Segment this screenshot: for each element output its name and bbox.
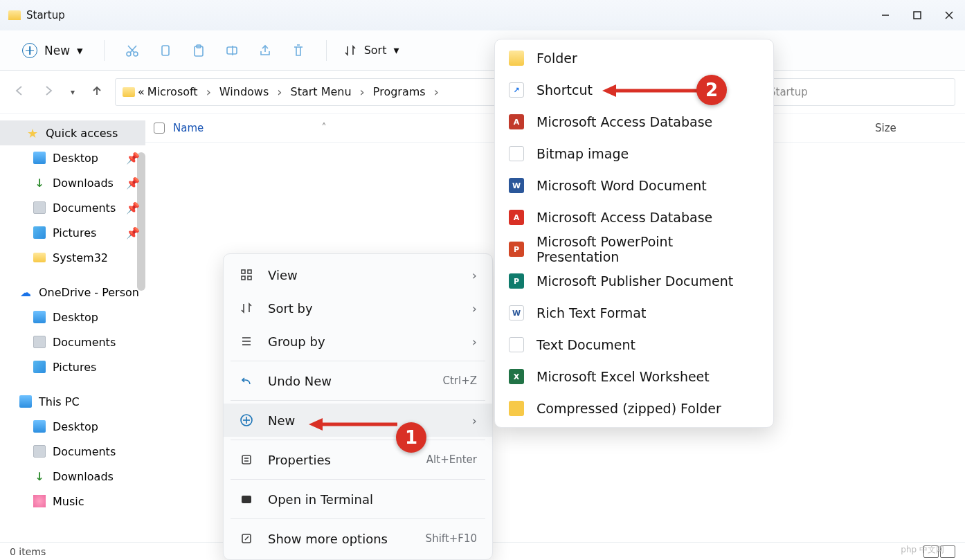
submenu-item-rtf[interactable]: WRich Text Format xyxy=(495,297,773,329)
column-size-label: Size xyxy=(875,122,896,134)
properties-icon xyxy=(239,453,254,466)
sort-button[interactable]: Sort ▾ xyxy=(343,44,399,57)
copy-button[interactable] xyxy=(152,43,179,58)
up-button[interactable] xyxy=(90,84,104,100)
txt-file-icon xyxy=(509,337,524,352)
monitor-icon xyxy=(33,152,46,164)
column-size[interactable]: Size xyxy=(875,122,965,134)
sidebar-item-quick-access[interactable]: ★ Quick access xyxy=(0,120,145,145)
sidebar-item[interactable]: Documents xyxy=(0,439,145,464)
sidebar-item[interactable]: Documents xyxy=(0,329,145,354)
submenu-item-word[interactable]: WMicrosoft Word Document xyxy=(495,170,773,201)
sidebar-item-this-pc[interactable]: This PC xyxy=(0,389,145,414)
paste-button[interactable] xyxy=(185,43,213,58)
delete-button[interactable] xyxy=(285,43,312,58)
breadcrumb-item[interactable]: Microsoft xyxy=(147,85,198,98)
sidebar-item-label: This PC xyxy=(39,395,80,408)
forward-button[interactable] xyxy=(42,84,55,100)
sidebar-item[interactable]: Desktop xyxy=(0,414,145,439)
cloud-icon: ☁ xyxy=(19,286,32,298)
sidebar-item-label: Music xyxy=(53,495,84,508)
submenu-item-txt[interactable]: Text Document xyxy=(495,329,773,361)
access-file-icon: A xyxy=(509,114,524,129)
submenu-label: Microsoft Excel Worksheet xyxy=(536,369,710,384)
music-icon xyxy=(33,495,46,507)
column-name[interactable]: Name ˄ xyxy=(173,122,471,134)
window-controls xyxy=(869,0,965,30)
svg-rect-1 xyxy=(914,12,921,19)
menu-accelerator: Shift+F10 xyxy=(426,532,477,545)
submenu-item-access[interactable]: AMicrosoft Access Database xyxy=(495,106,773,138)
sidebar-item[interactable]: Documents📌 xyxy=(0,195,145,220)
sidebar-item[interactable]: Music xyxy=(0,489,145,514)
submenu-label: Rich Text Format xyxy=(536,305,646,320)
menu-item-group-by[interactable]: Group by › xyxy=(224,325,492,358)
menu-item-view[interactable]: View › xyxy=(224,258,492,291)
menu-item-properties[interactable]: Properties Alt+Enter xyxy=(224,443,492,476)
rename-button[interactable] xyxy=(218,43,246,58)
sidebar-item[interactable]: Desktop xyxy=(0,305,145,329)
menu-item-undo[interactable]: Undo New Ctrl+Z xyxy=(224,364,492,397)
nav-controls: ▾ xyxy=(10,84,107,100)
maximize-button[interactable] xyxy=(901,0,933,30)
doc-icon xyxy=(33,336,46,348)
svg-rect-26 xyxy=(242,496,251,503)
sidebar-item[interactable]: Desktop📌 xyxy=(0,145,145,170)
plus-circle-icon xyxy=(239,413,254,427)
cut-button[interactable] xyxy=(118,43,146,58)
sidebar-item[interactable]: Pictures xyxy=(0,354,145,379)
svg-rect-14 xyxy=(248,270,251,273)
close-button[interactable] xyxy=(933,0,965,30)
new-button-label: New xyxy=(44,44,70,57)
separator xyxy=(231,361,485,361)
menu-label: Open in Terminal xyxy=(268,492,477,507)
chevron-down-icon: ▾ xyxy=(77,44,83,57)
sidebar-item-onedrive[interactable]: ☁ OneDrive - Person xyxy=(0,280,145,305)
svg-rect-23 xyxy=(242,455,251,464)
submenu-item-xls[interactable]: XMicrosoft Excel Worksheet xyxy=(495,361,773,392)
column-name-label: Name xyxy=(173,122,204,134)
chevron-right-icon: › xyxy=(472,413,477,428)
chevron-right-icon: › xyxy=(472,301,477,316)
menu-label: Properties xyxy=(268,453,413,467)
search-input[interactable]: Startup xyxy=(761,78,955,106)
new-button[interactable]: New ▾ xyxy=(15,39,90,62)
more-icon xyxy=(239,532,254,545)
submenu-item-folder[interactable]: Folder xyxy=(495,42,773,74)
annotation-badge-1: 1 xyxy=(396,422,426,453)
sidebar-item[interactable]: System32 xyxy=(0,245,145,270)
svg-rect-16 xyxy=(248,276,251,280)
search-placeholder: Startup xyxy=(769,86,808,98)
sidebar-item[interactable]: Pictures📌 xyxy=(0,220,145,245)
breadcrumb-item[interactable]: Programs xyxy=(373,85,426,98)
pic-icon xyxy=(33,226,46,239)
shortcut-file-icon: ↗ xyxy=(509,82,524,98)
sidebar-item-label: Pictures xyxy=(53,226,96,240)
breadcrumb-item[interactable]: Windows xyxy=(219,85,269,98)
menu-item-sort-by[interactable]: Sort by › xyxy=(224,291,492,325)
submenu-item-pub[interactable]: PMicrosoft Publisher Document xyxy=(495,265,773,297)
chevron-right-icon xyxy=(354,84,370,99)
breadcrumb-item[interactable]: Start Menu xyxy=(290,85,351,98)
separator xyxy=(231,440,485,440)
svg-marker-31 xyxy=(602,84,616,97)
minimize-button[interactable] xyxy=(869,0,901,30)
sidebar-item[interactable]: ↓Downloads xyxy=(0,464,145,489)
menu-item-more-options[interactable]: Show more options Shift+F10 xyxy=(224,522,492,555)
select-all-checkbox[interactable] xyxy=(145,123,173,134)
breadcrumb-ellipsis[interactable]: « xyxy=(138,85,145,98)
sidebar-item[interactable]: ↓Downloads📌 xyxy=(0,170,145,195)
submenu-label: Microsoft Access Database xyxy=(536,210,712,225)
back-button[interactable] xyxy=(12,84,26,100)
menu-label: Group by xyxy=(268,334,458,349)
recent-locations-button[interactable]: ▾ xyxy=(71,87,75,97)
submenu-item-pdf[interactable]: AMicrosoft Access Database xyxy=(495,201,773,233)
chevron-right-icon xyxy=(429,84,444,99)
menu-item-terminal[interactable]: Open in Terminal xyxy=(224,482,492,516)
submenu-item-zip[interactable]: Compressed (zipped) Folder xyxy=(495,392,773,424)
submenu-item-bmp[interactable]: ▦Bitmap image xyxy=(495,138,773,170)
share-button[interactable] xyxy=(251,43,279,58)
submenu-item-ppt[interactable]: PMicrosoft PowerPoint Presentation xyxy=(495,233,773,265)
submenu-label: Microsoft Access Database xyxy=(536,114,712,129)
annotation-arrow-2 xyxy=(601,80,705,101)
